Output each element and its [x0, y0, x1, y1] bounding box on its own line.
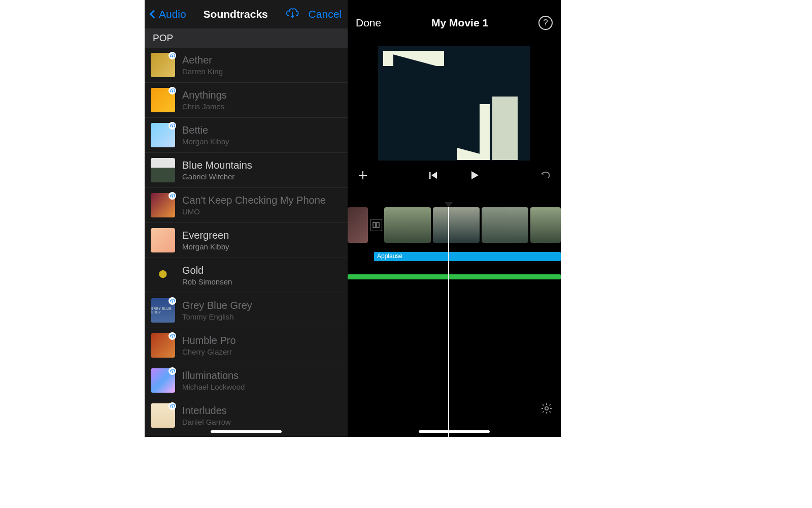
track-row[interactable]: AnythingsChris James — [145, 83, 348, 118]
track-text: IlluminationsMichael Lockwood — [182, 370, 245, 391]
track-row[interactable]: Can't Keep Checking My PhoneUMO — [145, 188, 348, 223]
cloud-badge-icon — [168, 402, 176, 410]
track-title: Interludes — [182, 405, 231, 417]
clip[interactable] — [482, 207, 528, 243]
track-row[interactable]: GoldRob Simonsen — [145, 258, 348, 293]
track-artist: Michael Lockwood — [182, 383, 245, 391]
video-preview[interactable] — [378, 46, 530, 161]
track-list[interactable]: AetherDarren KingAnythingsChris JamesBet… — [145, 48, 348, 437]
track-title: Illuminations — [182, 370, 245, 382]
track-row[interactable]: It's a TripJoywave — [145, 433, 348, 437]
svg-rect-1 — [373, 223, 376, 228]
soundtrack-panel: Audio Soundtracks Cancel POP AetherDarre… — [145, 0, 348, 437]
playback-controls — [348, 164, 561, 187]
track-row[interactable]: GREY BLUE GREYGrey Blue GreyTommy Englis… — [145, 293, 348, 328]
audio-clip-label: Applause — [377, 252, 402, 260]
track-text: Blue MountainsGabriel Witcher — [182, 160, 252, 181]
track-title: Bettie — [182, 124, 229, 136]
cloud-badge-icon — [168, 297, 176, 305]
svg-point-3 — [545, 407, 548, 410]
settings-button[interactable] — [540, 402, 553, 417]
track-title: Anythings — [182, 89, 227, 101]
track-text: Grey Blue GreyTommy English — [182, 300, 252, 321]
track-text: GoldRob Simonsen — [182, 265, 232, 286]
track-text: AetherDarren King — [182, 54, 223, 76]
cloud-badge-icon — [168, 192, 176, 200]
cloud-download-icon[interactable] — [285, 7, 299, 21]
album-cover — [151, 228, 175, 252]
nav-right: Cancel — [285, 7, 342, 21]
track-title: Humble Pro — [182, 335, 236, 346]
clip[interactable] — [348, 207, 368, 243]
cloud-badge-icon — [168, 87, 176, 94]
track-text: BettieMorgan Kibby — [182, 124, 229, 146]
album-cover — [151, 403, 175, 428]
cloud-badge-icon — [168, 367, 176, 375]
track-text: AnythingsChris James — [182, 89, 227, 111]
album-cover — [151, 333, 175, 358]
playhead[interactable] — [448, 207, 449, 437]
back-label: Audio — [159, 8, 186, 20]
track-title: Can't Keep Checking My Phone — [182, 195, 326, 206]
cancel-button[interactable]: Cancel — [309, 8, 342, 20]
editor-header: Done My Movie 1 ? — [348, 0, 561, 46]
svg-rect-0 — [429, 172, 431, 179]
track-row[interactable]: EvergreenMorgan Kibby — [145, 223, 348, 258]
track-artist: Gabriel Witcher — [182, 172, 252, 181]
album-cover — [151, 158, 175, 182]
clip[interactable] — [433, 207, 480, 243]
track-artist: Rob Simonsen — [182, 277, 232, 286]
track-text: EvergreenMorgan Kibby — [182, 230, 229, 251]
section-header: POP — [145, 28, 348, 48]
album-cover — [151, 193, 175, 217]
track-row[interactable]: Blue MountainsGabriel Witcher — [145, 153, 348, 188]
track-text: Can't Keep Checking My PhoneUMO — [182, 195, 326, 216]
home-indicator[interactable] — [211, 430, 282, 433]
track-text: InterludesDaniel Garrow — [182, 405, 231, 426]
album-cover — [151, 123, 175, 147]
skip-back-button[interactable] — [428, 170, 438, 180]
help-button[interactable]: ? — [538, 16, 553, 30]
track-artist: Cherry Glazerr — [182, 347, 236, 356]
album-cover — [151, 368, 175, 393]
app-container: Audio Soundtracks Cancel POP AetherDarre… — [145, 0, 561, 437]
track-artist: Daniel Garrow — [182, 418, 231, 426]
album-cover — [151, 53, 175, 77]
track-title: Aether — [182, 54, 223, 66]
track-row[interactable]: AetherDarren King — [145, 48, 348, 83]
transition-icon[interactable] — [370, 219, 382, 231]
album-cover: GREY BLUE GREY — [151, 298, 175, 323]
chevron-left-icon — [150, 10, 158, 19]
done-button[interactable]: Done — [356, 17, 381, 29]
album-cover — [151, 263, 175, 288]
audio-clip[interactable]: Applause — [374, 252, 561, 261]
track-artist: Tommy English — [182, 312, 252, 321]
editor-panel: Done My Movie 1 ? — [348, 0, 561, 437]
track-artist: Darren King — [182, 67, 223, 76]
add-media-button[interactable] — [357, 169, 369, 181]
undo-button[interactable] — [539, 169, 552, 181]
track-title: Gold — [182, 265, 232, 276]
back-button[interactable]: Audio — [151, 8, 186, 20]
track-title: Evergreen — [182, 230, 229, 241]
track-artist: UMO — [182, 207, 326, 216]
cloud-badge-icon — [168, 52, 176, 59]
timeline[interactable]: Applause — [348, 207, 561, 437]
clip[interactable] — [530, 207, 561, 243]
clip[interactable] — [384, 207, 431, 243]
track-row[interactable]: InterludesDaniel Garrow — [145, 398, 348, 433]
track-title: Grey Blue Grey — [182, 300, 252, 311]
track-row[interactable]: IlluminationsMichael Lockwood — [145, 363, 348, 398]
track-text: Humble ProCherry Glazerr — [182, 335, 236, 356]
track-artist: Morgan Kibby — [182, 242, 229, 251]
nav-header: Audio Soundtracks Cancel — [145, 0, 348, 28]
music-track[interactable] — [348, 274, 561, 279]
play-button[interactable] — [469, 170, 480, 181]
home-indicator[interactable] — [419, 430, 490, 433]
cloud-badge-icon — [168, 122, 176, 130]
nav-title: Soundtracks — [204, 8, 268, 20]
track-row[interactable]: BettieMorgan Kibby — [145, 118, 348, 153]
track-title: Blue Mountains — [182, 160, 252, 171]
video-track[interactable] — [348, 207, 561, 243]
track-row[interactable]: Humble ProCherry Glazerr — [145, 328, 348, 363]
